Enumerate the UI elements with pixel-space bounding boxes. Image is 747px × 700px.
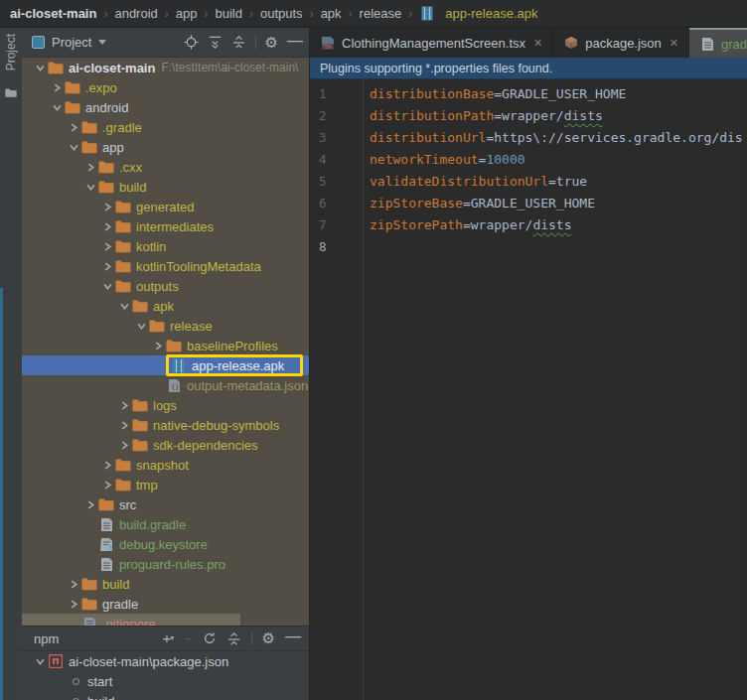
breadcrumb-item[interactable]: outputs bbox=[260, 6, 303, 21]
editor-tab-ClothingManagementScreen.tsx[interactable]: TSXClothingManagementScreen.tsx✕ bbox=[310, 28, 553, 58]
code-line-3[interactable]: distributionUrl=https\://services.gradle… bbox=[370, 127, 747, 149]
npm-row-build[interactable]: build bbox=[22, 691, 309, 700]
tree-row-sdk-dependencies[interactable]: sdk-dependencies bbox=[22, 435, 309, 455]
remove-icon[interactable]: − bbox=[184, 631, 192, 645]
chevron-collapsed-icon[interactable] bbox=[66, 600, 81, 609]
tree-row-debug.keystore[interactable]: ?debug.keystore bbox=[22, 534, 309, 554]
tree-row-gradle[interactable]: gradle bbox=[22, 594, 309, 614]
plugins-notification-banner[interactable]: Plugins supporting *.properties files fo… bbox=[310, 58, 747, 79]
breadcrumb-item[interactable]: release bbox=[360, 6, 402, 21]
chevron-expanded-icon[interactable] bbox=[133, 322, 149, 331]
chevron-collapsed-icon[interactable] bbox=[99, 242, 115, 251]
tree-row-label: intermediates bbox=[136, 219, 214, 234]
chevron-collapsed-icon[interactable] bbox=[66, 580, 81, 589]
chevron-collapsed-icon[interactable] bbox=[150, 342, 166, 350]
chevron-collapsed-icon[interactable] bbox=[99, 203, 115, 211]
tree-row-tmp[interactable]: tmp bbox=[22, 475, 309, 494]
add-run-config-icon[interactable]: +▾ bbox=[163, 631, 175, 645]
breadcrumb-item[interactable]: apk bbox=[321, 6, 342, 21]
breadcrumb-item[interactable]: build bbox=[216, 6, 242, 21]
tree-row-android[interactable]: android bbox=[22, 97, 309, 117]
tree-row-src[interactable]: src bbox=[22, 494, 309, 514]
chevron-collapsed-icon[interactable] bbox=[99, 262, 115, 271]
tree-row-.cxx[interactable]: .cxx bbox=[22, 157, 309, 177]
chevron-collapsed-icon[interactable] bbox=[66, 123, 81, 132]
ide-window: ai-closet-main›android›app›build›outputs… bbox=[0, 0, 747, 700]
tree-row-outputs[interactable]: outputs bbox=[22, 276, 309, 296]
tree-row-output-metadata.json[interactable]: {}output-metadata.json bbox=[22, 375, 309, 395]
chevron-expanded-icon[interactable] bbox=[49, 103, 65, 112]
chevron-expanded-icon[interactable] bbox=[99, 282, 115, 291]
tree-row-.gradle[interactable]: .gradle bbox=[22, 117, 309, 137]
editor-tab-package.json[interactable]: package.json✕ bbox=[553, 28, 689, 58]
settings-gear-icon[interactable]: ⚙ bbox=[262, 631, 275, 645]
tree-row-release[interactable]: release bbox=[22, 316, 309, 336]
tree-row-apk[interactable]: apk bbox=[22, 296, 309, 316]
tree-row-build[interactable]: build bbox=[22, 574, 309, 594]
chevron-expanded-icon[interactable] bbox=[66, 143, 81, 152]
chevron-collapsed-icon[interactable] bbox=[116, 441, 132, 450]
tree-row-baselineProfiles[interactable]: baselineProfiles bbox=[22, 336, 309, 355]
chevron-collapsed-icon[interactable] bbox=[116, 401, 132, 410]
chevron-collapsed-icon[interactable] bbox=[99, 222, 115, 231]
breadcrumb-item[interactable]: android bbox=[114, 6, 157, 21]
close-tab-icon[interactable]: ✕ bbox=[533, 37, 542, 50]
breadcrumb-current-file[interactable]: app-release.apk bbox=[419, 6, 537, 22]
tree-row-app[interactable]: app bbox=[22, 137, 309, 157]
chevron-collapsed-icon[interactable] bbox=[49, 83, 65, 92]
tree-row-logs[interactable]: logs bbox=[22, 395, 309, 415]
tree-row-ai-closet-main[interactable]: ai-closet-mainF:\testItem\ai-closet-main… bbox=[22, 58, 309, 77]
close-tab-icon[interactable]: ✕ bbox=[670, 37, 678, 50]
project-tree: ai-closet-mainF:\testItem\ai-closet-main… bbox=[22, 58, 309, 626]
project-view-icon bbox=[32, 36, 45, 49]
tab-label: gradle-w bbox=[721, 37, 747, 52]
code-line-8[interactable] bbox=[370, 236, 747, 258]
tree-row-kotlin[interactable]: kotlin bbox=[22, 236, 309, 256]
code-line-6[interactable]: zipStoreBase=GRADLE_USER_HOME bbox=[370, 193, 747, 214]
project-panel-title[interactable]: Project bbox=[52, 35, 91, 50]
chevron-collapsed-icon[interactable] bbox=[99, 481, 115, 490]
tree-row-.expo[interactable]: .expo bbox=[22, 77, 309, 97]
chevron-expanded-icon[interactable] bbox=[32, 64, 48, 72]
breadcrumb-item[interactable]: ai-closet-main bbox=[10, 6, 96, 21]
tree-row-.gitignore[interactable]: .gitignore bbox=[22, 614, 309, 626]
chevron-collapsed-icon[interactable] bbox=[99, 461, 115, 470]
code-content[interactable]: distributionBase=GRADLE_USER_HOMEdistrib… bbox=[364, 79, 747, 700]
settings-gear-icon[interactable]: ⚙ bbox=[265, 36, 278, 50]
collapse-all-icon[interactable] bbox=[226, 631, 241, 646]
npm-row-ai-closet-main-package.json[interactable]: ai-closet-main\package.json bbox=[22, 651, 309, 671]
tree-row-intermediates[interactable]: intermediates bbox=[22, 216, 309, 236]
hide-panel-icon[interactable]: — bbox=[287, 34, 303, 48]
breadcrumb-item[interactable]: app bbox=[176, 6, 198, 21]
chevron-expanded-icon[interactable] bbox=[116, 302, 132, 311]
locate-file-icon[interactable] bbox=[184, 35, 199, 50]
tree-row-app-release.apk[interactable]: app-release.apk bbox=[22, 355, 309, 375]
expand-all-icon[interactable] bbox=[208, 35, 223, 50]
tree-row-native-debug-symbols[interactable]: native-debug-symbols bbox=[22, 415, 309, 435]
code-line-2[interactable]: distributionPath=wrapper/dists bbox=[370, 105, 747, 127]
tree-row-proguard-rules.pro[interactable]: proguard-rules.pro bbox=[22, 554, 309, 574]
chevron-collapsed-icon[interactable] bbox=[82, 163, 98, 172]
chevron-expanded-icon[interactable] bbox=[82, 183, 98, 192]
project-stripe-tab[interactable]: Project bbox=[4, 34, 18, 70]
tree-row-snapshot[interactable]: snapshot bbox=[22, 455, 309, 475]
npm-row-start[interactable]: start bbox=[22, 671, 309, 691]
code-line-1[interactable]: distributionBase=GRADLE_USER_HOME bbox=[370, 83, 747, 105]
tree-row-build[interactable]: build bbox=[22, 177, 309, 197]
tree-row-kotlinToolingMetadata[interactable]: kotlinToolingMetadata bbox=[22, 256, 309, 276]
editor-tab-gradle-w[interactable]: gradle-w bbox=[689, 28, 747, 58]
chevron-expanded-icon[interactable] bbox=[32, 657, 48, 666]
npm-panel-title[interactable]: npm bbox=[34, 631, 59, 646]
chevron-collapsed-icon[interactable] bbox=[82, 500, 98, 509]
code-line-4[interactable]: networkTimeout=10000 bbox=[370, 149, 747, 171]
tree-row-build.gradle[interactable]: build.gradle bbox=[22, 514, 309, 534]
code-line-7[interactable]: zipStorePath=wrapper/dists bbox=[370, 214, 747, 236]
editor-area[interactable]: 12345678 distributionBase=GRADLE_USER_HO… bbox=[310, 79, 747, 700]
hide-panel-icon[interactable]: — bbox=[285, 630, 301, 643]
chevron-collapsed-icon[interactable] bbox=[116, 421, 132, 430]
collapse-all-icon[interactable] bbox=[231, 35, 246, 50]
code-line-5[interactable]: validateDistributionUrl=true bbox=[370, 171, 747, 193]
tree-row-generated[interactable]: generated bbox=[22, 197, 309, 216]
chevron-down-icon[interactable] bbox=[98, 40, 106, 45]
refresh-icon[interactable] bbox=[203, 631, 217, 645]
